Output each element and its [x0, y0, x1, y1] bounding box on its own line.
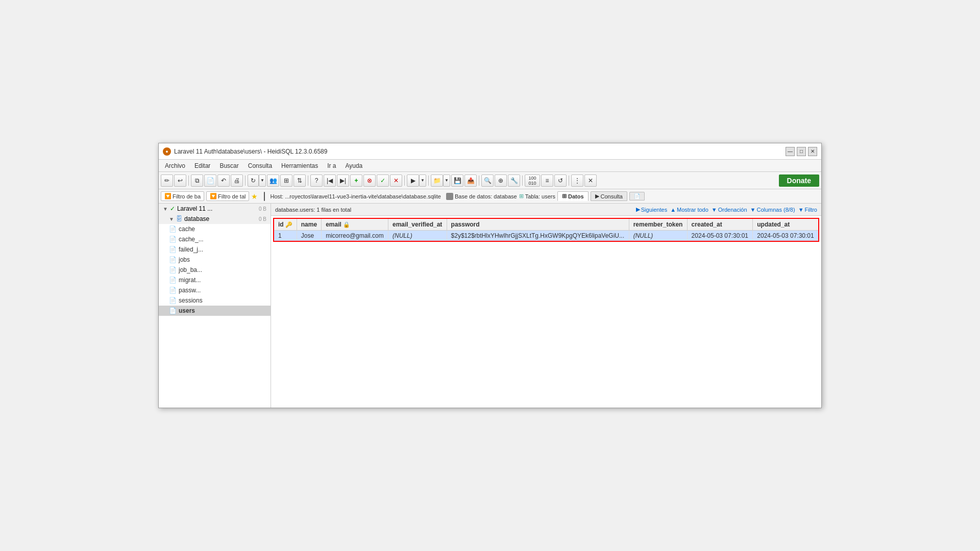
separator-8: [569, 176, 569, 186]
filter-base-button[interactable]: 🔽 Filtro de ba: [161, 191, 204, 201]
print-button[interactable]: 🖨: [231, 174, 243, 187]
play-tab-icon: ▶: [595, 193, 599, 199]
sidebar-item-users[interactable]: 📄 users: [159, 306, 271, 316]
refresh-button[interactable]: ↻: [248, 174, 259, 187]
email-verified-value: (NULL): [393, 232, 412, 239]
col-updated-at[interactable]: updated_at: [753, 218, 819, 231]
edit-button[interactable]: ✏: [161, 174, 173, 187]
email-label: email: [326, 221, 341, 228]
close-button[interactable]: ✕: [808, 147, 817, 156]
ordenacion-label: Ordenación: [718, 207, 747, 213]
sync-button[interactable]: ↺: [554, 174, 567, 187]
filtro-button[interactable]: ▼ Filtro: [798, 207, 817, 213]
play-dropdown[interactable]: ▼: [419, 174, 426, 187]
close-tab-button[interactable]: ✕: [584, 174, 597, 187]
sidebar-item-migrat[interactable]: 📄 migrat...: [159, 275, 271, 285]
undo-button[interactable]: ↶: [217, 174, 230, 187]
sidebar-item-sessions[interactable]: 📄 sessions: [159, 295, 271, 306]
sidebar-migrat-label: migrat...: [179, 277, 201, 284]
id-label: id: [278, 221, 284, 228]
col-email-verified[interactable]: email_verified_at: [388, 218, 447, 231]
password-label: password: [451, 221, 480, 228]
first-button[interactable]: |◀: [324, 174, 336, 187]
last-button[interactable]: ▶|: [337, 174, 349, 187]
siguientes-button[interactable]: ▶ Siguientes: [636, 206, 667, 213]
sidebar-item-jobs[interactable]: 📄 jobs: [159, 255, 271, 265]
tab-datos[interactable]: ⊞ Datos: [557, 191, 589, 201]
filter-table-icon: 🔽: [210, 193, 217, 199]
minimize-button[interactable]: —: [786, 147, 795, 156]
cell-email-verified: (NULL): [388, 231, 447, 242]
mostrar-todo-button[interactable]: ▲ Mostrar todo: [670, 207, 708, 213]
menu-consulta[interactable]: Consulta: [244, 161, 276, 170]
users-button[interactable]: 👥: [267, 174, 279, 187]
back-button[interactable]: ↩: [174, 174, 186, 187]
separator-6: [479, 176, 479, 186]
tool-button[interactable]: 🔧: [508, 174, 520, 187]
columnas-button[interactable]: ▼ Columnas (8/8): [750, 207, 795, 213]
db-icon: [446, 193, 453, 200]
confirm-button[interactable]: ✓: [377, 174, 389, 187]
col-password[interactable]: password: [447, 218, 629, 231]
menu-buscar[interactable]: Buscar: [215, 161, 242, 170]
copy-button[interactable]: ⧉: [191, 174, 203, 187]
menu-button[interactable]: ⋮: [571, 174, 583, 187]
tab-extra[interactable]: 📄: [629, 192, 645, 201]
tab-consulta-label: Consulta: [601, 193, 623, 199]
sidebar-item-job-ba[interactable]: 📄 job_ba...: [159, 265, 271, 275]
help-button[interactable]: ?: [310, 174, 323, 187]
add-row-button[interactable]: +: [350, 174, 362, 187]
zoom-button[interactable]: ⊕: [495, 174, 507, 187]
filter-base-label: Filtro de ba: [173, 193, 201, 199]
menu-editar[interactable]: Editar: [190, 161, 214, 170]
play-button[interactable]: ▶: [407, 174, 419, 187]
separator-1: [188, 176, 189, 186]
save-button[interactable]: 💾: [451, 174, 463, 187]
copy2-button[interactable]: 📄: [204, 174, 216, 187]
sidebar-failed-label: failed_j...: [179, 246, 203, 253]
open-button[interactable]: 📁: [431, 174, 443, 187]
sidebar-tree-database[interactable]: ▼ 🗄 database 0 B: [159, 214, 271, 224]
open-dropdown[interactable]: ▼: [443, 174, 450, 187]
menu-ayuda[interactable]: Ayuda: [341, 161, 366, 170]
export-button[interactable]: 📤: [464, 174, 477, 187]
sidebar-item-cache[interactable]: 📄 cache: [159, 224, 271, 234]
sidebar-item-failed[interactable]: 📄 failed_j...: [159, 244, 271, 255]
sidebar-item-passw[interactable]: 📄 passw...: [159, 285, 271, 295]
data-table-container: id 🔑 name email: [271, 216, 821, 408]
search-button[interactable]: 🔍: [481, 174, 494, 187]
columns-down-icon: ▼: [750, 207, 756, 213]
filter-table-button[interactable]: 🔽 Filtro de tal: [206, 191, 249, 201]
col-remember-token[interactable]: remember_token: [629, 218, 687, 231]
col-email[interactable]: email 🔒: [322, 218, 388, 231]
donate-button[interactable]: Donate: [779, 174, 819, 187]
col-id[interactable]: id 🔑: [274, 218, 297, 231]
sidebar-cache-dot-label: cache_...: [179, 236, 204, 243]
sidebar-item-cache-dot[interactable]: 📄 cache_...: [159, 234, 271, 244]
db-folder-icon: 🗄: [176, 215, 182, 222]
list-button[interactable]: ≡: [541, 174, 553, 187]
separator-4: [404, 176, 405, 186]
columnas-label: Columnas (8/8): [756, 207, 795, 213]
sidebar-cache-label: cache: [179, 226, 195, 233]
refresh-dropdown[interactable]: ▼: [259, 174, 266, 187]
hex-button[interactable]: 100010: [525, 174, 540, 187]
ordenacion-button[interactable]: ▼ Ordenación: [712, 207, 747, 213]
table-folder-icon-8: 📄: [169, 297, 177, 304]
email-verified-label: email_verified_at: [393, 221, 442, 228]
delete-row-button[interactable]: ⊗: [363, 174, 376, 187]
table-button[interactable]: ⊞: [280, 174, 292, 187]
maximize-button[interactable]: □: [797, 147, 806, 156]
menu-herramientas[interactable]: Herramientas: [277, 161, 322, 170]
cell-password: $2y$12$rbtHlxYHwIhrGjjSXLtTg.HxGW9KpgQYE…: [447, 231, 629, 242]
sort-button[interactable]: ⇅: [293, 174, 306, 187]
menu-archivo[interactable]: Archivo: [161, 161, 189, 170]
sidebar-tree-laravel[interactable]: ▼ ✓ Laravel 11 ... 0 B: [159, 204, 271, 214]
menu-ir-a[interactable]: Ir a: [323, 161, 340, 170]
col-name[interactable]: name: [297, 218, 321, 231]
col-created-at[interactable]: created_at: [687, 218, 753, 231]
cancel-button[interactable]: ✕: [390, 174, 402, 187]
table-row[interactable]: 1 Jose micorreo@gmail.com (NULL) $2y$12$…: [274, 231, 819, 242]
table-folder-icon-3: 📄: [169, 246, 177, 253]
tab-consulta[interactable]: ▶ Consulta: [591, 191, 627, 201]
